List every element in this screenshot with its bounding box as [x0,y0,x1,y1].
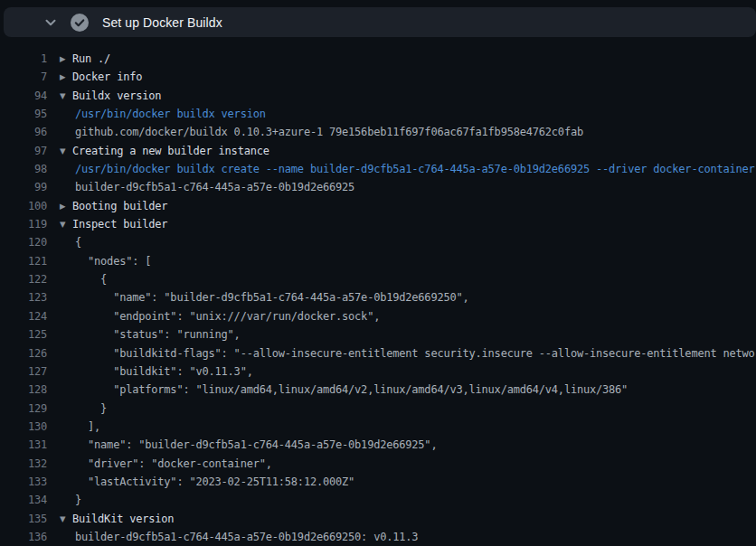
check-circle-icon [70,13,90,33]
log-lines: 1▶Run ./7▶Docker info94▼Buildx version95… [0,41,756,546]
log-row: 95/usr/bin/docker buildx version [0,105,756,123]
log-row: 121 "nodes": [ [0,252,756,270]
log-row: 130 ], [0,418,756,436]
line-number-link[interactable]: 129 [0,400,47,418]
log-row: 124 "endpoint": "unix:///var/run/docker.… [0,307,756,325]
log-group-row[interactable]: 119▼Inspect builder [0,215,756,233]
line-number-link[interactable]: 96 [0,123,47,141]
command-text: /usr/bin/docker buildx create --name bui… [75,160,756,178]
group-title[interactable]: Inspect builder [72,215,756,233]
output-text: "driver": "docker-container", [75,455,756,473]
line-number-link[interactable]: 128 [0,381,47,399]
line-number-link[interactable]: 97 [0,142,47,160]
output-text: "name": "builder-d9cfb5a1-c764-445a-a57e… [75,436,756,454]
output-text: "nodes": [ [75,252,756,270]
log-row: 126 "buildkitd-flags": "--allow-insecure… [0,344,756,362]
log-row: 98/usr/bin/docker buildx create --name b… [0,160,756,178]
line-number-link[interactable]: 126 [0,344,47,362]
log-group-row[interactable]: 94▼Buildx version [0,87,756,105]
output-text: "lastActivity": "2023-02-25T11:58:12.000… [75,473,756,491]
expand-triangle-icon[interactable]: ▶ [60,50,72,68]
group-title[interactable]: Run ./ [72,50,756,68]
log-row: 131 "name": "builder-d9cfb5a1-c764-445a-… [0,436,756,454]
line-number-link[interactable]: 130 [0,418,47,436]
line-number-link[interactable]: 122 [0,270,47,288]
log-row: 132 "driver": "docker-container", [0,455,756,473]
line-number-link[interactable]: 119 [0,215,47,233]
line-number-link[interactable]: 94 [0,87,47,105]
collapse-triangle-icon[interactable]: ▼ [60,215,72,233]
output-text: "name": "builder-d9cfb5a1-c764-445a-a57e… [75,288,756,306]
line-number-link[interactable]: 125 [0,325,47,344]
output-text: } [75,400,756,418]
expand-triangle-icon[interactable]: ▶ [60,68,72,86]
line-number-link[interactable]: 100 [0,197,47,215]
output-text: { [75,270,756,288]
line-number-link[interactable]: 99 [0,178,47,196]
line-number-link[interactable]: 134 [0,491,47,509]
log-row: 96github.com/docker/buildx 0.10.3+azure-… [0,123,756,141]
output-text: "status": "running", [75,325,756,344]
line-number-link[interactable]: 132 [0,455,47,473]
expand-triangle-icon[interactable]: ▶ [60,197,72,215]
line-number-link[interactable]: 120 [0,233,47,251]
output-text: "buildkitd-flags": "--allow-insecure-ent… [75,344,756,362]
log-row: 122 { [0,270,756,288]
line-number-link[interactable]: 131 [0,436,47,454]
group-title[interactable]: Docker info [72,68,756,86]
log-row: 99builder-d9cfb5a1-c764-445a-a57e-0b19d2… [0,178,756,196]
group-title[interactable]: Buildx version [72,87,756,105]
output-text: "buildkit": "v0.11.3", [75,362,756,381]
output-text: builder-d9cfb5a1-c764-445a-a57e-0b19d2e6… [75,178,756,196]
log-row: 134} [0,491,756,509]
line-number-link[interactable]: 98 [0,160,47,178]
log-group-row[interactable]: 100▶Booting builder [0,197,756,215]
log-row: 125 "status": "running", [0,325,756,344]
output-text: github.com/docker/buildx 0.10.3+azure-1 … [75,123,756,141]
output-text: builder-d9cfb5a1-c764-445a-a57e-0b19d2e6… [75,528,756,546]
group-title[interactable]: Booting builder [72,197,756,215]
output-text: { [75,233,756,251]
log-group-row[interactable]: 1▶Run ./ [0,50,756,68]
group-title[interactable]: Creating a new builder instance [72,142,756,160]
log-row: 120{ [0,233,756,251]
group-title[interactable]: BuildKit version [72,510,756,528]
log-row: 133 "lastActivity": "2023-02-25T11:58:12… [0,473,756,491]
line-number-link[interactable]: 135 [0,510,47,528]
command-text: /usr/bin/docker buildx version [75,105,756,123]
line-number-link[interactable]: 124 [0,307,47,325]
log-row: 129 } [0,400,756,418]
log-row: 123 "name": "builder-d9cfb5a1-c764-445a-… [0,288,756,306]
output-text: "platforms": "linux/amd64,linux/amd64/v2… [75,381,756,399]
line-number-link[interactable]: 133 [0,473,47,491]
collapse-triangle-icon[interactable]: ▼ [60,87,72,105]
step-header[interactable]: Set up Docker Buildx [4,7,756,37]
log-group-row[interactable]: 135▼BuildKit version [0,510,756,528]
line-number-link[interactable]: 7 [0,68,47,86]
collapse-triangle-icon[interactable]: ▼ [60,142,72,160]
step-title: Set up Docker Buildx [102,15,222,30]
log-row: 136builder-d9cfb5a1-c764-445a-a57e-0b19d… [0,528,756,546]
log-row: 128 "platforms": "linux/amd64,linux/amd6… [0,381,756,399]
line-number-link[interactable]: 123 [0,288,47,306]
line-number-link[interactable]: 1 [0,50,47,68]
log-group-row[interactable]: 97▼Creating a new builder instance [0,142,756,160]
log-row: 127 "buildkit": "v0.11.3", [0,362,756,381]
line-number-link[interactable]: 121 [0,252,47,270]
output-text: } [75,491,756,509]
collapse-triangle-icon[interactable]: ▼ [60,510,72,528]
output-text: ], [75,418,756,436]
line-number-link[interactable]: 127 [0,362,47,381]
line-number-link[interactable]: 136 [0,528,47,546]
log-group-row[interactable]: 7▶Docker info [0,68,756,86]
chevron-down-icon[interactable] [43,14,59,31]
output-text: "endpoint": "unix:///var/run/docker.sock… [75,307,756,325]
line-number-link[interactable]: 95 [0,105,47,123]
